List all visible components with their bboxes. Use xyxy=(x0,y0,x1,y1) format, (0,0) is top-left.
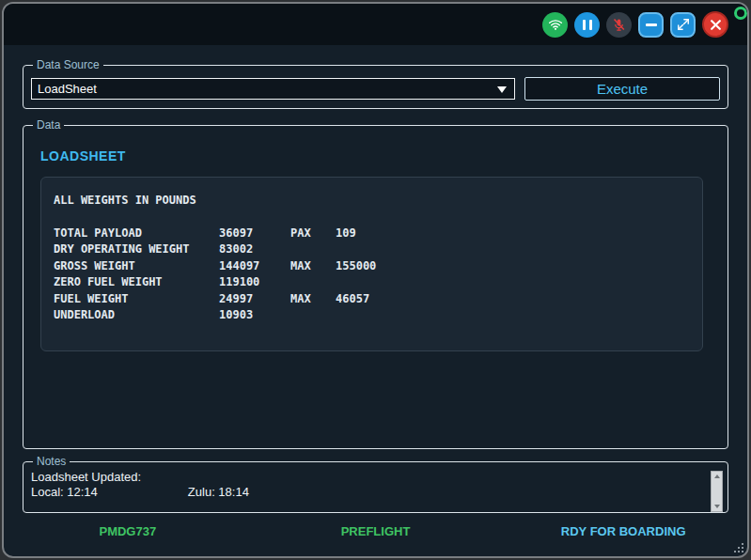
minimize-button[interactable] xyxy=(638,12,664,38)
status-aircraft: PMDG737 xyxy=(4,524,252,538)
close-button[interactable] xyxy=(702,11,728,38)
microphone-muted-icon xyxy=(612,18,626,32)
notes-zulu-time: Zulu: 18:14 xyxy=(188,485,249,500)
loadsheet-row: ZERO FUEL WEIGHT 119100 xyxy=(54,274,693,291)
maximize-icon xyxy=(677,18,690,31)
minimize-icon xyxy=(646,23,657,26)
data-groupbox: Data LOADSHEET ALL WEIGHTS IN POUNDS TOT… xyxy=(23,118,728,449)
status-boarding: RDY FOR BOARDING xyxy=(499,524,747,538)
loadsheet-row: FUEL WEIGHT 24997 MAX 46057 xyxy=(54,291,693,308)
execute-button[interactable]: Execute xyxy=(524,77,720,101)
wifi-icon xyxy=(548,17,563,32)
resize-grip[interactable] xyxy=(732,541,743,552)
notes-scrollbar[interactable] xyxy=(711,471,723,512)
titlebar[interactable] xyxy=(4,4,747,45)
notes-groupbox[interactable]: Notes Loadsheet Updated: Local: 12:14 Zu… xyxy=(23,455,728,513)
loadsheet-panel: ALL WEIGHTS IN POUNDS TOTAL PAYLOAD 3609… xyxy=(40,177,703,351)
wifi-button[interactable] xyxy=(542,12,568,38)
loadsheet-row: GROSS WEIGHT 144097 MAX 155000 xyxy=(54,258,693,275)
notes-local-time: Local: 12:14 xyxy=(31,485,98,500)
chevron-down-icon xyxy=(497,86,507,93)
loadsheet-row: DRY OPERATING WEIGHT 83002 xyxy=(54,241,693,258)
status-flight-phase: PREFLIGHT xyxy=(252,524,500,538)
notes-label: Notes xyxy=(33,455,70,468)
loadsheet-title: LOADSHEET xyxy=(40,148,720,163)
mic-mute-button[interactable] xyxy=(606,12,632,38)
data-source-selected-value: LoadSheet xyxy=(38,82,97,96)
data-source-groupbox: Data Source LoadSheet Execute xyxy=(23,58,728,109)
green-ring-indicator xyxy=(734,7,747,20)
pause-button[interactable] xyxy=(574,12,600,38)
notes-line-updated: Loadsheet Updated: xyxy=(31,470,703,485)
maximize-button[interactable] xyxy=(670,12,696,38)
status-bar: PMDG737 PREFLIGHT RDY FOR BOARDING xyxy=(4,513,747,556)
data-source-dropdown[interactable]: LoadSheet xyxy=(31,78,515,100)
app-window: Data Source LoadSheet Execute Data LOADS… xyxy=(2,2,749,558)
data-source-label: Data Source xyxy=(33,58,103,71)
pause-icon xyxy=(583,20,592,30)
loadsheet-row: TOTAL PAYLOAD 36097 PAX 109 xyxy=(54,226,693,242)
loadsheet-header-line: ALL WEIGHTS IN POUNDS xyxy=(54,193,693,210)
loadsheet-row: UNDERLOAD 10903 xyxy=(54,307,693,324)
data-label: Data xyxy=(33,118,64,132)
close-icon xyxy=(710,19,722,31)
